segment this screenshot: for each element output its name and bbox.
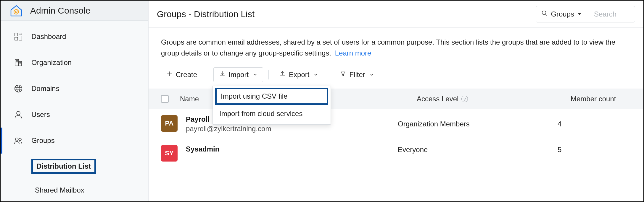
group-access: Organization Members [398, 120, 540, 128]
import-dropdown: Import using CSV file Import from cloud … [212, 86, 331, 125]
app-title: Admin Console [30, 6, 90, 16]
learn-more-link[interactable]: Learn more [335, 49, 371, 57]
chevron-down-icon [369, 71, 374, 79]
sidebar-item-organization[interactable]: Organization [1, 50, 148, 76]
import-button[interactable]: Import [213, 67, 263, 82]
separator [208, 70, 208, 79]
toolbar: Create Import Export Filter [149, 61, 643, 89]
separator [329, 70, 329, 79]
import-icon [219, 71, 226, 79]
sidebar-subnav: Distribution List Shared Mailbox [1, 154, 148, 201]
import-csv-option[interactable]: Import using CSV file [215, 88, 328, 105]
sidebar-item-label: Users [31, 110, 50, 119]
svg-point-18 [15, 138, 18, 141]
sidebar-item-label: Dashboard [31, 32, 66, 41]
app-logo-icon [9, 3, 24, 18]
sidebar-item-domains[interactable]: Domains [1, 76, 148, 102]
group-name: Sysadmin [186, 145, 398, 153]
sidebar-item-dashboard[interactable]: Dashboard [1, 24, 148, 50]
search-scope-box[interactable]: Groups [536, 6, 635, 22]
svg-rect-5 [15, 37, 18, 40]
export-button[interactable]: Export [274, 68, 323, 82]
svg-rect-2 [15, 33, 18, 36]
svg-point-19 [19, 138, 21, 141]
organization-icon [13, 57, 24, 68]
sidebar-item-label: Organization [31, 58, 72, 67]
group-access: Everyone [398, 146, 540, 154]
search-input[interactable] [594, 10, 629, 18]
sidebar-item-label: Groups [31, 136, 55, 145]
page-description: Groups are common email addresses, share… [149, 28, 643, 61]
column-count[interactable]: Member count [559, 95, 631, 103]
svg-point-14 [17, 85, 20, 92]
export-icon [279, 71, 286, 79]
import-cloud-option[interactable]: Import from cloud services [213, 105, 331, 123]
group-count: 5 [540, 146, 631, 154]
page-title: Groups - Distribution List [157, 9, 255, 19]
sidebar-nav: Dashboard Organization Domains Users Gro… [1, 21, 148, 201]
sidebar-subitem-shared-mailbox[interactable]: Shared Mailbox [31, 179, 148, 201]
globe-icon [13, 83, 24, 94]
search-scope-label: Groups [551, 10, 574, 18]
chevron-down-icon [253, 71, 257, 79]
sidebar-header: Admin Console [1, 1, 148, 21]
plus-icon [166, 71, 173, 79]
table-row[interactable]: SY Sysadmin sysadmin@zylkertraining.com … [149, 139, 643, 162]
create-button[interactable]: Create [161, 68, 202, 82]
sidebar-subitem-distribution-list[interactable]: Distribution List [31, 154, 148, 179]
svg-point-13 [15, 85, 22, 92]
svg-point-1 [15, 11, 17, 13]
caret-down-icon [577, 10, 582, 18]
chevron-down-icon [313, 71, 318, 79]
svg-rect-3 [19, 33, 22, 35]
svg-line-21 [545, 14, 547, 16]
main: Groups - Distribution List Groups Groups… [149, 1, 643, 201]
sidebar: Admin Console Dashboard Organization Dom… [1, 1, 149, 201]
dashboard-icon [13, 31, 24, 42]
column-access[interactable]: Access Level ? [417, 95, 559, 103]
search-icon [541, 10, 548, 18]
avatar: SY [161, 145, 178, 162]
sidebar-item-users[interactable]: Users [1, 102, 148, 128]
separator [588, 9, 588, 19]
main-header: Groups - Distribution List Groups [149, 1, 643, 28]
groups-icon [13, 135, 24, 146]
select-all-checkbox[interactable] [161, 95, 169, 103]
group-count: 4 [540, 120, 631, 128]
filter-button[interactable]: Filter [334, 68, 379, 82]
filter-icon [340, 71, 346, 79]
separator [268, 70, 269, 79]
user-icon [13, 109, 24, 120]
sidebar-item-label: Domains [31, 84, 59, 93]
help-icon[interactable]: ? [461, 96, 468, 102]
avatar: PA [161, 115, 178, 132]
sidebar-item-groups[interactable]: Groups [1, 128, 148, 154]
group-email: payroll@zylkertraining.com [186, 125, 398, 133]
svg-rect-4 [19, 36, 22, 40]
svg-point-17 [17, 111, 20, 115]
